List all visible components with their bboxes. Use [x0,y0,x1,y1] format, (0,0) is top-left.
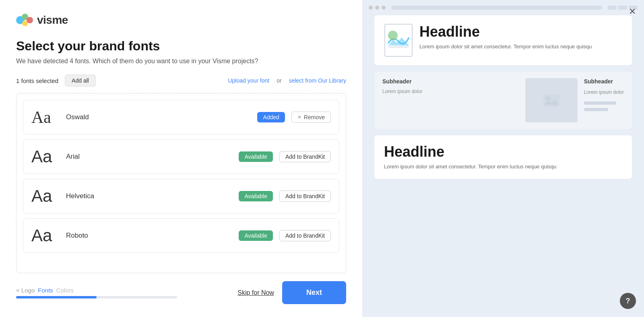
browser-bar [362,0,644,15]
font-list: Aa Oswald Added ✕ Remove Aa Arial Availa… [16,93,346,273]
breadcrumb-logo[interactable]: < Logo [16,287,35,294]
preview-body-3: Lorem ipsum dolor sit amet consectetur. … [384,163,622,171]
toolbar: 1 fonts selected Add all Upload your fon… [16,75,346,87]
font-preview-helvetica: Aa [31,186,60,206]
font-name-helvetica: Helvetica [66,192,232,200]
preview-headline-3: Headline [384,143,622,160]
available-badge-helvetica: Available [239,191,273,201]
close-button[interactable]: ✕ [629,6,636,17]
svg-rect-6 [388,46,409,48]
skip-button[interactable]: Skip for Now [237,289,274,296]
browser-icon-1 [608,6,617,10]
next-button[interactable]: Next [282,281,346,304]
preview-card-3: Headline Lorem ipsum dolor sit amet cons… [374,135,632,179]
preview-subheader-right: Subheader [584,78,613,85]
library-link[interactable]: select from Our Library [289,77,346,84]
page-subtitle: We have detected 4 fonts. Which of them … [16,58,346,65]
page-title: Select your brand fonts [16,39,346,54]
help-button[interactable]: ? [620,293,636,309]
font-name-oswald: Oswald [66,113,251,121]
preview-body-1: Lorem ipsum dolor sit amet consectetur. … [419,43,622,51]
svg-point-10 [546,97,550,101]
dot-3 [382,6,386,10]
preview-text-block-1: Headline Lorem ipsum dolor sit amet cons… [419,23,622,51]
available-badge-arial: Available [239,151,273,162]
available-badge-roboto: Available [239,230,273,241]
add-all-button[interactable]: Add all [65,75,96,87]
font-name-roboto: Roboto [66,232,232,240]
logo-text: visme [37,14,68,27]
document-icon [384,23,413,57]
footer: < Logo Fonts Colors Skip for Now Next [16,281,346,304]
dot-2 [375,6,379,10]
font-item-oswald: Aa Oswald Added ✕ Remove [23,100,339,135]
added-badge-oswald: Added [257,112,285,122]
breadcrumb-colors[interactable]: Colors [56,287,74,294]
preview-card-2-right: Subheader Lorem ipsum dolor [584,78,624,111]
preview-subheader-left: Subheader [382,78,519,85]
breadcrumb: < Logo Fonts Colors [16,287,177,294]
thumb-placeholder [525,78,578,122]
left-panel: visme Select your brand fonts We have de… [0,0,362,317]
remove-button-oswald[interactable]: ✕ Remove [291,112,331,123]
font-preview-roboto: Aa [31,226,60,245]
add-brandkit-button-arial[interactable]: Add to BrandKit [279,151,331,162]
svg-point-3 [22,21,28,26]
add-brandkit-button-helvetica[interactable]: Add to BrandKit [279,191,331,202]
rect-placeholder-1 [584,102,616,105]
preview-card-2: Subheader Lorem ipsum dolor Subheader Lo… [374,72,632,129]
footer-right: Skip for Now Next [237,281,346,304]
breadcrumb-wrap: < Logo Fonts Colors [16,287,177,298]
x-icon: ✕ [297,114,301,120]
url-bar [391,6,602,10]
breadcrumb-fonts[interactable]: Fonts [38,287,53,294]
fonts-selected-label: 1 fonts selected [16,77,58,84]
font-item-roboto: Aa Roboto Available Add to BrandKit [23,218,339,253]
font-preview-oswald: Aa [31,108,60,127]
visme-logo-icon [16,13,34,27]
preview-sub-body-left: Lorem ipsum dolor [382,89,519,94]
preview-sub-body-right: Lorem ipsum dolor [584,89,624,95]
remove-label: Remove [304,114,325,120]
rect-placeholder-2 [584,108,608,111]
preview-headline-1: Headline [419,23,622,40]
preview-card-1: Headline Lorem ipsum dolor sit amet cons… [374,15,632,65]
add-brandkit-button-roboto[interactable]: Add to BrandKit [279,230,331,241]
progress-bar-container [16,296,177,298]
svg-point-7 [388,31,398,40]
dot-1 [369,6,373,10]
upload-font-link[interactable]: Upload your font [228,77,269,84]
or-separator: or [277,77,281,84]
font-preview-arial: Aa [31,147,60,166]
font-item-helvetica: Aa Helvetica Available Add to BrandKit [23,179,339,213]
font-item-arial: Aa Arial Available Add to BrandKit [23,139,339,174]
logo-area: visme [16,13,346,27]
browser-icon-2 [618,6,627,10]
preview-content: Headline Lorem ipsum dolor sit amet cons… [362,15,644,191]
preview-card-2-left: Subheader Lorem ipsum dolor [382,78,519,94]
font-name-arial: Arial [66,153,232,161]
progress-bar-fill [16,296,97,298]
right-panel: ✕ Headline Lor [362,0,644,317]
